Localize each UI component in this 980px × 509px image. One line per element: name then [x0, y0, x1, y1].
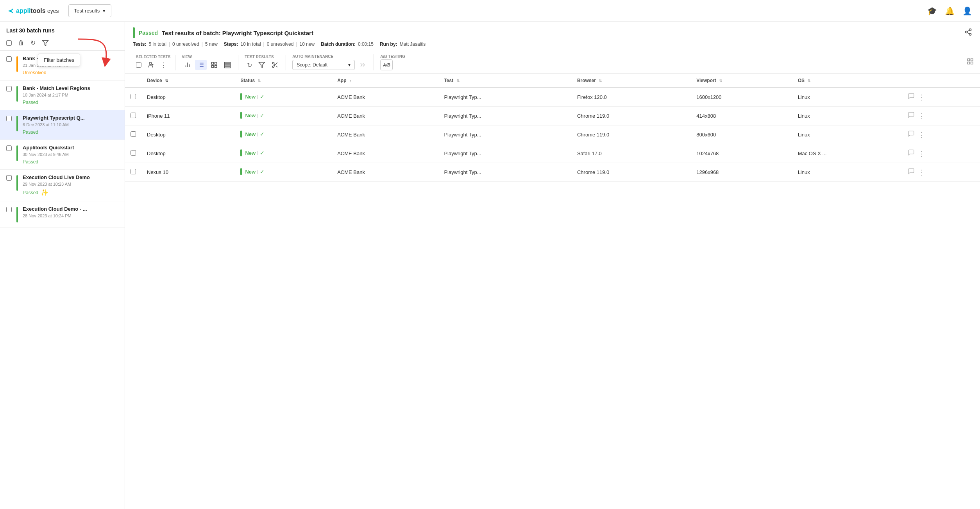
comment-button[interactable] — [908, 93, 915, 102]
add-user-button[interactable] — [145, 60, 156, 70]
select-all-results-checkbox[interactable] — [136, 62, 141, 68]
filter-button[interactable] — [42, 39, 49, 47]
more-row-button[interactable]: ⋮ — [918, 168, 925, 177]
forward-button[interactable] — [356, 59, 369, 70]
batch-status-bar — [16, 207, 18, 222]
th-actions — [902, 74, 980, 88]
th-device[interactable]: Device ⇅ — [141, 74, 235, 88]
learn-button[interactable]: 🎓 — [927, 6, 937, 16]
share-button[interactable] — [964, 28, 972, 38]
batch-date: 30 Nov 2023 at 9:46 AM — [23, 152, 118, 157]
refresh-results-button[interactable]: ↻ — [245, 60, 254, 70]
batch-checkbox[interactable] — [6, 207, 12, 212]
batch-status-label: Passed — [23, 129, 118, 135]
refresh-button[interactable]: ↻ — [30, 39, 36, 47]
scope-select[interactable]: Scope: Default ▾ — [292, 60, 355, 70]
batch-item[interactable]: Playwright Typescript Q... 6 Dec 2023 at… — [0, 110, 125, 140]
batch-date: 6 Dec 2023 at 11:10 AM — [23, 122, 118, 127]
th-os[interactable]: OS ⇅ — [792, 74, 902, 88]
batch-item[interactable]: Execution Cloud Demo - ... 28 Nov 2023 a… — [0, 201, 125, 228]
comment-button[interactable] — [908, 168, 915, 177]
batch-checkbox[interactable] — [6, 116, 12, 121]
ab-button[interactable]: A/B — [380, 59, 393, 70]
table-row[interactable]: iPhone 11 New | ✓ ACME Bank Playwright T… — [125, 107, 980, 125]
more-row-button[interactable]: ⋮ — [918, 131, 925, 139]
row-status: New | ✓ — [235, 107, 332, 125]
test-results-dropdown[interactable]: Test results ▾ — [68, 4, 112, 17]
sidebar-title: Last 30 batch runs — [6, 27, 55, 34]
status-bar — [240, 168, 242, 175]
row-os: Linux — [792, 88, 902, 107]
scope-label: Scope: Default — [297, 62, 327, 68]
th-browser[interactable]: Browser ⇅ — [572, 74, 691, 88]
svg-point-4 — [969, 33, 971, 35]
grid-view-button[interactable] — [208, 60, 220, 70]
content-area: Passed Test results of batch: Playwright… — [125, 22, 980, 509]
svg-line-6 — [967, 30, 969, 31]
comment-button[interactable] — [908, 111, 915, 120]
comment-button[interactable] — [908, 149, 915, 158]
steps-total: 10 in total — [241, 41, 261, 47]
table-row[interactable]: Nexus 10 New | ✓ ACME Bank Playwright Ty… — [125, 163, 980, 182]
status-new-label: New — [245, 94, 256, 100]
svg-point-3 — [966, 31, 967, 33]
th-app[interactable]: App ↑ — [332, 74, 438, 88]
batch-checkbox[interactable] — [6, 56, 12, 62]
logo: ≺ applitools eyes — [8, 7, 59, 15]
sort-icon-status: ⇅ — [258, 79, 261, 83]
table-row[interactable]: Desktop New | ✓ ACME Bank Playwright Typ… — [125, 144, 980, 163]
row-checkbox[interactable] — [131, 169, 136, 174]
batch-checkbox[interactable] — [6, 145, 12, 151]
chart-view-button[interactable] — [182, 60, 193, 70]
row-checkbox[interactable] — [131, 131, 136, 137]
row-checkbox-cell — [125, 88, 141, 107]
row-actions: ⋮ — [908, 111, 975, 120]
row-viewport: 800x600 — [691, 125, 792, 144]
row-os: Linux — [792, 107, 902, 125]
row-checkbox[interactable] — [131, 150, 136, 156]
batch-item[interactable]: Bank - Match Level Regions 10 Jan 2024 a… — [0, 81, 125, 110]
list-view-button[interactable] — [195, 60, 207, 70]
batch-item[interactable]: Execution Cloud Live Demo 29 Nov 2023 at… — [0, 170, 125, 201]
batch-status-label: Passed — [23, 159, 118, 165]
row-actions-cell: ⋮ — [902, 88, 980, 107]
batch-name: Applitools Quickstart — [23, 145, 118, 151]
more-row-button[interactable]: ⋮ — [918, 93, 925, 102]
more-row-button[interactable]: ⋮ — [918, 112, 925, 120]
table-row[interactable]: Desktop New | ✓ ACME Bank Playwright Typ… — [125, 88, 980, 107]
status-separator: | — [257, 113, 258, 118]
svg-rect-22 — [212, 66, 214, 68]
svg-point-27 — [273, 62, 275, 64]
select-all-checkbox[interactable] — [6, 40, 12, 46]
more-row-button[interactable]: ⋮ — [918, 149, 925, 158]
sort-icon-device: ⇅ — [165, 79, 168, 83]
batch-item[interactable]: Applitools Quickstart 30 Nov 2023 at 9:4… — [0, 140, 125, 170]
row-checkbox[interactable] — [131, 94, 136, 99]
table-row[interactable]: Desktop New | ✓ ACME Bank Playwright Typ… — [125, 125, 980, 144]
batch-status-bar — [16, 175, 18, 191]
user-button[interactable]: 👤 — [962, 6, 972, 16]
row-test: Playwright Typ... — [438, 163, 572, 182]
svg-marker-26 — [259, 62, 265, 68]
th-test[interactable]: Test ⇅ — [438, 74, 572, 88]
th-status[interactable]: Status ⇅ — [235, 74, 332, 88]
batch-checkbox[interactable] — [6, 86, 12, 91]
table-settings-button[interactable] — [967, 58, 974, 66]
status-separator: | — [257, 94, 258, 99]
status-separator: | — [257, 151, 258, 155]
comment-button[interactable] — [908, 130, 915, 139]
compact-view-button[interactable] — [222, 60, 233, 70]
notifications-button[interactable]: 🔔 — [945, 6, 955, 16]
more-options-button[interactable]: ⋮ — [158, 60, 169, 70]
scissors-button[interactable] — [269, 60, 281, 70]
batch-status-bar — [16, 86, 18, 102]
row-status: New | ✓ — [235, 144, 332, 163]
delete-button[interactable]: 🗑 — [18, 39, 24, 47]
filter-results-button[interactable] — [256, 60, 268, 70]
batch-checkbox[interactable] — [6, 175, 12, 181]
row-checkbox-cell — [125, 107, 141, 125]
row-checkbox[interactable] — [131, 113, 136, 118]
th-viewport[interactable]: Viewport ⇅ — [691, 74, 792, 88]
batch-status-bar — [16, 116, 18, 131]
status-separator: | — [257, 132, 258, 136]
